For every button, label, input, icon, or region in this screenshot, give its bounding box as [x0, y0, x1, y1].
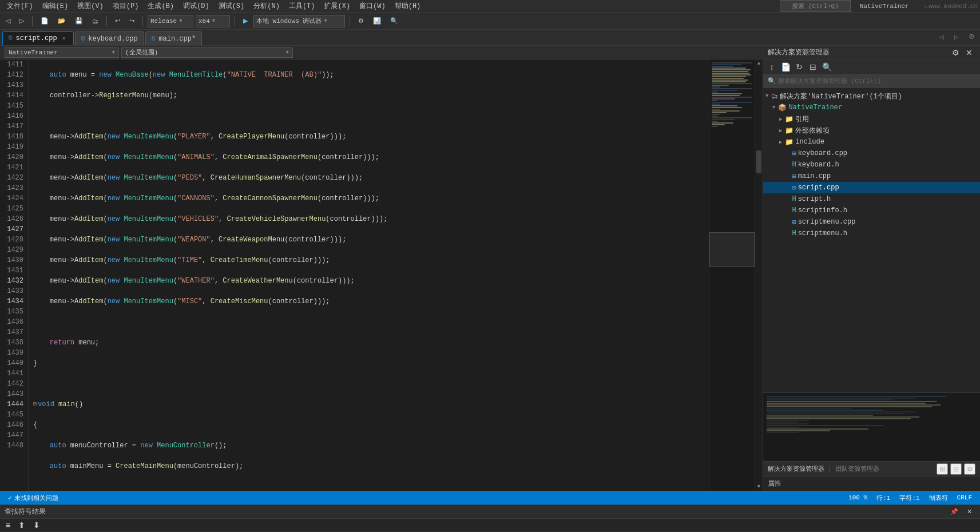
line-1423 — [33, 317, 704, 327]
save-btn[interactable]: 💾 — [72, 15, 86, 27]
tab-main-cpp[interactable]: © main.cpp* — [145, 31, 202, 45]
code-lines[interactable]: auto menu = new MenuBase(new MenuItemTit… — [29, 59, 709, 491]
se-btn-3[interactable]: ↻ — [793, 61, 806, 73]
back-btn[interactable]: ◁ — [2, 15, 14, 27]
se-item-script-h[interactable]: ▶ H script.h — [763, 193, 980, 205]
status-zoom[interactable]: 100 % — [845, 494, 871, 501]
find-tool-3[interactable]: ⬇ — [30, 519, 43, 531]
diag-btn[interactable]: 🔍 — [387, 15, 402, 27]
menu-build[interactable]: 生成(B) — [143, 0, 178, 12]
sep5 — [350, 16, 350, 26]
minimap[interactable] — [709, 59, 755, 491]
run-btn[interactable]: ▶ — [240, 15, 251, 27]
tab-icon-keyboard: © — [81, 35, 85, 42]
tab-settings[interactable]: ⚙ — [965, 30, 978, 43]
minimap-viewport[interactable] — [709, 232, 755, 267]
menu-extensions[interactable]: 扩展(X) — [319, 0, 355, 12]
sep2 — [106, 16, 107, 26]
se-bottom: 解决方案资源管理器 | 团队资源管理器 ⊞ ⊟ ⚙ — [763, 461, 980, 476]
se-bottom-btn-2[interactable]: ⊟ — [950, 463, 962, 475]
se-item-keyboard-h[interactable]: ▶ H keyboard.h — [763, 159, 980, 170]
platform-dropdown[interactable]: x64 ▼ — [196, 15, 230, 27]
menu-edit[interactable]: 编辑(E) — [38, 0, 73, 12]
se-item-scriptmenu-cpp[interactable]: ▶ ⊞ scriptmenu.cpp — [763, 216, 980, 228]
se-bottom-tab-2[interactable]: 团队资源管理器 — [835, 464, 879, 473]
vscroll-down[interactable]: ▼ — [755, 483, 763, 491]
se-item-main-cpp[interactable]: ▶ ⊞ main.cpp — [763, 170, 980, 182]
se-search-placeholder: 搜索解决方案资源管理器 (Ctrl+;) — [778, 77, 881, 85]
se-settings-btn[interactable]: ⚙ — [949, 46, 962, 59]
se-header-actions: ⚙ ✕ — [949, 46, 975, 59]
line-1415: menu->AddItem(new MenuItemMenu("ANIMALS"… — [33, 152, 704, 162]
tab-keyboard-cpp[interactable]: © keyboard.cpp — [75, 31, 144, 45]
zoom-label: 100 % — [848, 494, 867, 501]
se-bottom-btn-1[interactable]: ⊞ — [937, 463, 948, 475]
se-btn-5[interactable]: 🔍 — [820, 61, 833, 73]
status-check[interactable]: ✓ 未找到相关问题 — [5, 491, 62, 505]
status-line[interactable]: 行:1 — [873, 494, 894, 502]
find-close-btn[interactable]: ✕ — [963, 506, 975, 518]
se-btn-4[interactable]: ⊟ — [807, 61, 819, 73]
tab-nav-right[interactable]: ▷ — [950, 30, 963, 43]
redo-btn[interactable]: ↪ — [126, 15, 138, 27]
menu-view[interactable]: 视图(V) — [73, 0, 108, 12]
save-all-btn[interactable]: 🗂 — [89, 15, 102, 27]
search-box[interactable]: 搜索 (Ctrl+Q) — [780, 0, 850, 12]
editor-vscroll[interactable]: ▲ ▼ — [755, 59, 763, 491]
menu-test[interactable]: 测试(S) — [214, 0, 249, 12]
status-encoding[interactable]: CRLF — [954, 494, 975, 501]
tab-script-cpp[interactable]: © script.cpp ✕ — [2, 31, 74, 45]
run-dropdown[interactable]: 本地 Windows 调试器 ▼ — [253, 15, 345, 27]
menu-help[interactable]: 帮助(H) — [390, 0, 426, 12]
status-col[interactable]: 字符:1 — [896, 494, 923, 502]
vscroll-track[interactable] — [755, 68, 763, 483]
vscroll-thumb[interactable] — [756, 150, 761, 173]
se-bottom-icons: ⊞ ⊟ ⚙ — [937, 463, 975, 475]
perf-btn[interactable]: 📊 — [370, 15, 384, 27]
find-bar-header: 查找符号结果 📌 ✕ — [0, 505, 980, 519]
find-tool-2[interactable]: ⬆ — [15, 519, 29, 531]
se-solution[interactable]: ▼ 🗂 解决方案'NativeTrainer'(1个项目) — [763, 90, 980, 102]
se-item-ref[interactable]: ▶ 📁 引用 — [763, 113, 980, 125]
tab-close-script[interactable]: ✕ — [61, 34, 68, 42]
find-tool-1[interactable]: ≡ — [2, 519, 14, 531]
se-project[interactable]: ▼ 📦 NativeTrainer — [763, 102, 980, 113]
config-dropdown[interactable]: Release ▼ — [148, 15, 193, 27]
menu-window[interactable]: 窗口(W) — [355, 0, 390, 12]
menu-project[interactable]: 项目(P) — [108, 0, 144, 12]
se-item-keyboard-cpp[interactable]: ▶ ⊞ keyboard.cpp — [763, 148, 980, 159]
se-item-scriptmenu-h[interactable]: ▶ H scriptmenu.h — [763, 228, 980, 239]
editor-area: NativeTrainer ▼ (全局范围) ▼ 1411 1412 1413 … — [0, 46, 763, 491]
include-icon: 📁 — [785, 138, 793, 146]
open-btn[interactable]: 📂 — [54, 15, 69, 27]
menu-debug[interactable]: 调试(D) — [178, 0, 214, 12]
se-item-scriptinfo-h[interactable]: ▶ H scriptinfo.h — [763, 205, 980, 216]
se-item-script-cpp[interactable]: ▶ ⊞ script.cpp — [763, 182, 980, 193]
se-project-label: NativeTrainer — [788, 104, 842, 112]
se-bottom-tab-1[interactable]: 解决方案资源管理器 — [768, 464, 824, 473]
scope-left-dropdown[interactable]: NativeTrainer ▼ — [5, 47, 119, 58]
new-btn[interactable]: 📄 — [37, 15, 52, 27]
se-btn-1[interactable]: ↕ — [765, 61, 778, 73]
find-pin-btn[interactable]: 📌 — [948, 506, 961, 518]
scriptmenu-h-label: scriptmenu.h — [798, 229, 847, 237]
properties-label: 属性 — [768, 479, 781, 489]
menu-tools[interactable]: 工具(T) — [284, 0, 320, 12]
undo-btn[interactable]: ↩ — [112, 15, 124, 27]
menu-analyze[interactable]: 分析(N) — [249, 0, 284, 12]
status-tab[interactable]: 制表符 — [926, 494, 951, 502]
se-bottom-btn-3[interactable]: ⚙ — [964, 463, 975, 475]
se-btn-2[interactable]: 📄 — [779, 61, 792, 73]
tab-nav-left[interactable]: ◁ — [935, 30, 948, 43]
scriptinfo-h-label: scriptinfo.h — [798, 207, 847, 215]
scope-right-dropdown[interactable]: (全局范围) ▼ — [121, 47, 293, 58]
vscroll-up[interactable]: ▲ — [755, 59, 763, 68]
menu-file[interactable]: 文件(F) — [2, 0, 38, 12]
attach-btn[interactable]: ⚙ — [355, 15, 367, 27]
se-item-ext[interactable]: ▶ 📁 外部依赖项 — [763, 125, 980, 136]
code-container[interactable]: 1411 1412 1413 1414 1415 1416 1417 1418 … — [0, 59, 709, 491]
se-item-include[interactable]: ▶ 📁 include — [763, 136, 980, 148]
se-tree: ▼ 🗂 解决方案'NativeTrainer'(1个项目) ▼ 📦 Native… — [763, 88, 980, 392]
se-close-btn[interactable]: ✕ — [963, 46, 975, 59]
forward-btn[interactable]: ▷ — [16, 15, 27, 27]
